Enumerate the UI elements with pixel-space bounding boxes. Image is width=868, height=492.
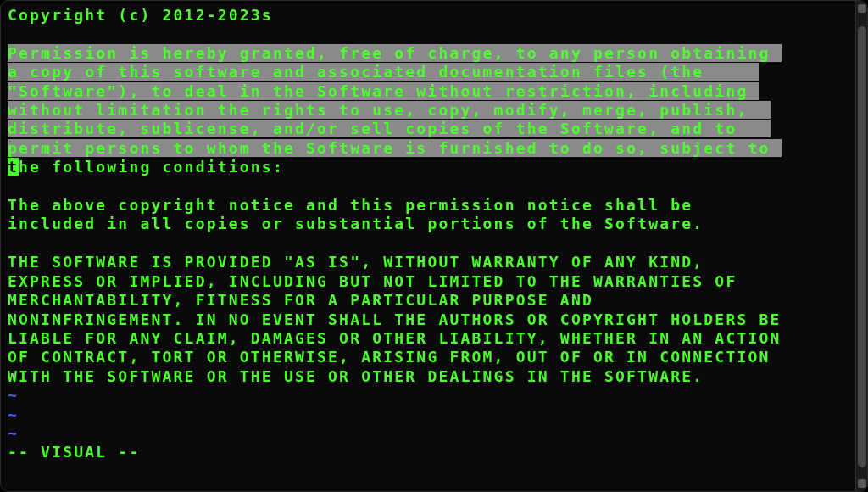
empty-line-tilde: ~	[8, 386, 19, 404]
scrollbar-thumb[interactable]	[858, 26, 866, 467]
text-before-selection: Copyright (c) 2012-2023s	[8, 6, 273, 24]
scroll-down-icon[interactable]	[858, 479, 866, 488]
mode-indicator: -- VISUAL --	[8, 443, 140, 461]
scroll-up-icon[interactable]	[858, 4, 866, 13]
terminal-window: Copyright (c) 2012-2023s Permission is h…	[0, 0, 868, 492]
editor-viewport[interactable]: Copyright (c) 2012-2023s Permission is h…	[1, 1, 855, 491]
text-after-cursor-line: he following conditions:	[19, 158, 284, 176]
empty-line-tilde: ~	[8, 424, 19, 442]
empty-line-tilde: ~	[8, 405, 19, 423]
scrollbar-vertical[interactable]	[855, 1, 867, 491]
cursor: t	[8, 158, 19, 176]
text-after-selection: The above copyright notice and this perm…	[8, 196, 782, 385]
visual-selection: Permission is hereby granted, free of ch…	[8, 44, 782, 157]
